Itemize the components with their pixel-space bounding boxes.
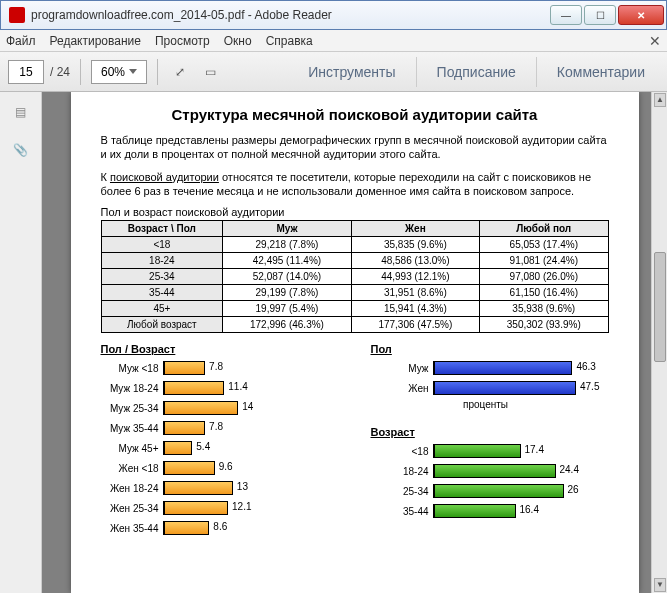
bar-label: Муж 25-34 xyxy=(101,403,163,414)
cell-female: 31,951 (8.6%) xyxy=(351,285,479,301)
bar-value: 14 xyxy=(242,401,253,412)
cell-male: 42,495 (11.4%) xyxy=(223,253,351,269)
bar-fill xyxy=(434,464,556,478)
th-male: Муж xyxy=(223,221,351,237)
bar-fill xyxy=(164,381,225,395)
chart-sex-age: Пол / Возраст Муж <187.8Муж 18-2411.4Муж… xyxy=(101,343,341,539)
bar-fill xyxy=(164,441,193,455)
bar-label: Жен <18 xyxy=(101,463,163,474)
mdi-close-icon[interactable]: ✕ xyxy=(649,33,661,49)
bar-fill xyxy=(434,444,521,458)
cell-age: 35-44 xyxy=(101,285,223,301)
bar-value: 26 xyxy=(568,484,579,495)
bar-fill xyxy=(434,381,577,395)
bar-row: Жен47.5 xyxy=(371,379,601,397)
nav-sidebar: ▤ 📎 xyxy=(0,92,42,593)
bar-label: 35-44 xyxy=(371,506,433,517)
fit-page-icon[interactable]: ⤢ xyxy=(168,60,192,84)
bar-value: 46.3 xyxy=(576,361,595,372)
table-row: 25-3452,087 (14.0%)44,993 (12.1%)97,080 … xyxy=(101,269,608,285)
minimize-button[interactable]: — xyxy=(550,5,582,25)
menu-view[interactable]: Просмотр xyxy=(155,34,210,48)
cell-any: 61,150 (16.4%) xyxy=(480,285,608,301)
cell-male: 52,087 (14.0%) xyxy=(223,269,351,285)
table-row: <1829,218 (7.8%)35,835 (9.6%)65,053 (17.… xyxy=(101,237,608,253)
pdf-page: Структура месячной поисковой аудитории с… xyxy=(71,92,639,593)
chart-sex-axis: проценты xyxy=(371,399,601,410)
attachments-icon[interactable]: 📎 xyxy=(11,140,31,160)
bar-value: 5.4 xyxy=(196,441,210,452)
menu-bar: Файл Редактирование Просмотр Окно Справк… xyxy=(0,30,667,52)
cell-any: 35,938 (9.6%) xyxy=(480,301,608,317)
bar-row: Муж 18-2411.4 xyxy=(101,379,341,397)
close-button[interactable]: ✕ xyxy=(618,5,664,25)
bar-value: 9.6 xyxy=(219,461,233,472)
scroll-thumb[interactable] xyxy=(654,252,666,362)
bar-value: 12.1 xyxy=(232,501,251,512)
bar-row: Муж 35-447.8 xyxy=(101,419,341,437)
page-heading: Структура месячной поисковой аудитории с… xyxy=(101,106,609,123)
bar-value: 8.6 xyxy=(213,521,227,532)
bar-label: Муж 35-44 xyxy=(101,423,163,434)
reading-mode-icon[interactable]: ▭ xyxy=(198,60,222,84)
th-female: Жен xyxy=(351,221,479,237)
bar-label: Жен 35-44 xyxy=(101,523,163,534)
table-caption: Пол и возраст поисковой аудитории xyxy=(101,206,609,218)
cell-any: 350,302 (93.9%) xyxy=(480,317,608,333)
bar-fill xyxy=(164,461,215,475)
thumbnails-icon[interactable]: ▤ xyxy=(11,102,31,122)
cell-any: 65,053 (17.4%) xyxy=(480,237,608,253)
bar-fill xyxy=(164,401,239,415)
bar-row: 25-3426 xyxy=(371,482,601,500)
cell-female: 48,586 (13.0%) xyxy=(351,253,479,269)
bar-row: Муж 45+5.4 xyxy=(101,439,341,457)
bar-fill xyxy=(164,521,210,535)
zoom-dropdown[interactable]: 60% xyxy=(91,60,147,84)
intro-paragraph-2: К поисковой аудитории относятся те посет… xyxy=(101,170,609,199)
bar-value: 16.4 xyxy=(520,504,539,515)
bar-value: 13 xyxy=(237,481,248,492)
bar-label: 18-24 xyxy=(371,466,433,477)
scroll-down-icon[interactable]: ▼ xyxy=(654,578,666,592)
bar-row: Муж46.3 xyxy=(371,359,601,377)
table-row: Любой возраст172,996 (46.3%)177,306 (47.… xyxy=(101,317,608,333)
menu-file[interactable]: Файл xyxy=(6,34,36,48)
bar-label: Муж 18-24 xyxy=(101,383,163,394)
scroll-up-icon[interactable]: ▲ xyxy=(654,93,666,107)
chart-sex-age-title: Пол / Возраст xyxy=(101,343,341,355)
cell-age: <18 xyxy=(101,237,223,253)
menu-window[interactable]: Окно xyxy=(224,34,252,48)
cell-age: 18-24 xyxy=(101,253,223,269)
cell-male: 19,997 (5.4%) xyxy=(223,301,351,317)
tools-panel-button[interactable]: Инструменты xyxy=(294,58,409,86)
cell-any: 97,080 (26.0%) xyxy=(480,269,608,285)
sign-panel-button[interactable]: Подписание xyxy=(423,58,530,86)
th-any: Любой пол xyxy=(480,221,608,237)
bar-value: 17.4 xyxy=(525,444,544,455)
table-row: 45+19,997 (5.4%)15,941 (4.3%)35,938 (9.6… xyxy=(101,301,608,317)
menu-help[interactable]: Справка xyxy=(266,34,313,48)
cell-male: 172,996 (46.3%) xyxy=(223,317,351,333)
bar-value: 7.8 xyxy=(209,421,223,432)
bar-label: Муж <18 xyxy=(101,363,163,374)
menu-edit[interactable]: Редактирование xyxy=(50,34,141,48)
bar-label: Жен 25-34 xyxy=(101,503,163,514)
bar-value: 47.5 xyxy=(580,381,599,392)
bar-label: Муж xyxy=(371,363,433,374)
table-row: 18-2442,495 (11.4%)48,586 (13.0%)91,081 … xyxy=(101,253,608,269)
bar-fill xyxy=(164,421,206,435)
chevron-down-icon xyxy=(129,69,137,74)
comments-panel-button[interactable]: Комментарии xyxy=(543,58,659,86)
chart-sex-title: Пол xyxy=(371,343,601,355)
table-row: 35-4429,199 (7.8%)31,951 (8.6%)61,150 (1… xyxy=(101,285,608,301)
cell-female: 177,306 (47.5%) xyxy=(351,317,479,333)
bar-label: Муж 45+ xyxy=(101,443,163,454)
audience-table: Возраст \ Пол Муж Жен Любой пол <1829,21… xyxy=(101,220,609,333)
cell-age: 45+ xyxy=(101,301,223,317)
maximize-button[interactable]: ☐ xyxy=(584,5,616,25)
bar-fill xyxy=(434,504,516,518)
bar-value: 24.4 xyxy=(560,464,579,475)
bar-fill xyxy=(164,481,233,495)
page-number-input[interactable] xyxy=(8,60,44,84)
vertical-scrollbar[interactable]: ▲ ▼ xyxy=(651,92,667,593)
